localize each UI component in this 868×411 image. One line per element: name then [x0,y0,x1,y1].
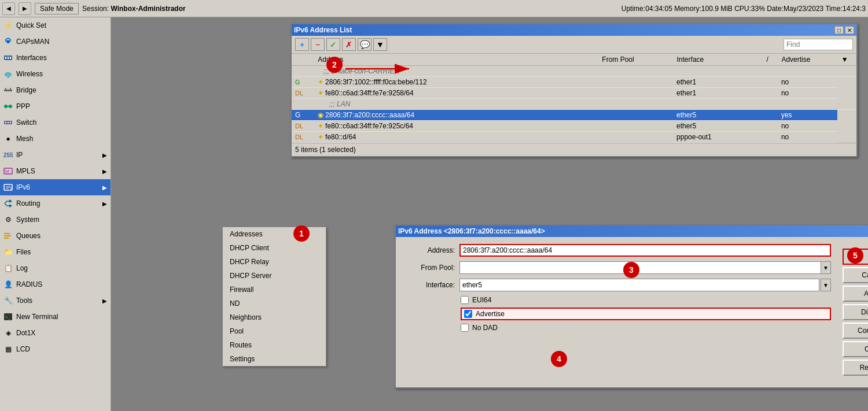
interface-input[interactable] [459,279,819,291]
menu-item-routes[interactable]: Routes [223,338,326,352]
sidebar-item-new-terminal[interactable]: >_ New Terminal [0,309,111,325]
svg-rect-3 [8,57,9,59]
sidebar-item-ip[interactable]: 255 IP ▶ [0,147,111,163]
list-close-button[interactable]: ✕ [845,26,854,34]
list-toolbar: + − ✓ ✗ 💬 ▼ [292,36,856,54]
ipv6-arrow: ▶ [102,184,107,191]
apply-button[interactable]: Apply [843,286,868,302]
find-box [784,39,853,50]
sidebar-item-interfaces[interactable]: Interfaces [0,50,111,66]
annotation-5: 5 [847,247,863,264]
sidebar-item-wireless[interactable]: Wireless [0,66,111,82]
sidebar-item-mesh[interactable]: ● Mesh [0,131,111,147]
col-dropdown[interactable]: ▼ [837,54,856,66]
table-row[interactable]: DL ✦ fe80::d/64 pppoe-out1 no [292,132,856,143]
sidebar-item-ppp[interactable]: PPP [0,98,111,114]
sidebar-item-routing[interactable]: Routing ▶ [0,195,111,212]
disable-button[interactable]: ✗ [342,38,356,51]
menu-item-neighbors[interactable]: Neighbors [223,310,326,324]
svg-rect-7 [5,88,6,90]
content-area: IPv6 Address List □ ✕ + − ✓ ✗ 💬 ▼ [111,17,868,411]
radius-icon: 👤 [3,280,13,289]
enable-button[interactable]: ✓ [326,38,340,51]
menu-item-firewall[interactable]: Firewall [223,283,326,297]
sidebar-item-mpls[interactable]: M MPLS ▶ [0,163,111,179]
status-bar: Uptime:04:34:05 Memory:100.9 MiB CPU:33%… [621,5,866,13]
bridge-icon [3,86,13,95]
forward-button[interactable]: ▶ [19,2,31,15]
svg-text:>_: >_ [5,314,11,320]
switch-icon [3,118,13,127]
advertise-checkbox[interactable] [464,310,472,318]
cancel-button[interactable]: Cancel [843,267,868,283]
back-button[interactable]: ◀ [2,2,15,15]
menu-item-nd[interactable]: ND [223,297,326,310]
list-minimize-button[interactable]: □ [834,26,844,34]
from-pool-dropdown-button[interactable]: ▼ [821,261,831,274]
mpls-icon: M [3,166,13,176]
sidebar-item-dot1x[interactable]: ◈ Dot1X [0,325,111,341]
remove-button[interactable]: − [311,38,325,51]
comment-btn[interactable]: Comment [843,323,868,339]
ipv6-dropdown-menu: Addresses DHCP Client DHCP Relay DHCP Se… [222,227,326,366]
ipv6-icon: IPv6 [3,183,13,192]
svg-rect-23 [4,238,9,239]
from-pool-input[interactable] [459,261,831,274]
menu-item-settings[interactable]: Settings [223,352,326,366]
table-row[interactable]: G ✦ 2806:3f7:1002::ffff:f0ca:bebe/112 et… [292,77,856,88]
sidebar-item-files[interactable]: 📁 Files [0,244,111,260]
address-input[interactable] [459,244,831,257]
remove-button[interactable]: Remove [843,360,868,376]
table-row[interactable]: DL ✦ fe80::c6ad:34ff:fe7e:9258/64 ether1… [292,88,856,99]
col-advertise[interactable]: Advertise [778,54,837,66]
svg-text:IPv6: IPv6 [6,185,13,190]
sidebar-item-radius[interactable]: 👤 RADIUS [0,276,111,292]
eui64-label: EUI64 [472,296,491,304]
form-fields: Address: From Pool: ▼ Interface: [403,244,831,380]
nodad-label: No DAD [472,324,498,332]
sidebar-item-switch[interactable]: Switch [0,114,111,131]
add-button[interactable]: + [295,38,309,51]
table-row[interactable]: G ◉ 2806:3f7:a200:cccc::aaaa/64 ether5 y… [292,110,856,121]
nodad-checkbox[interactable] [461,324,469,332]
queues-icon [3,231,13,240]
sidebar-item-capsman[interactable]: CAPsMAN [0,34,111,50]
safemode-button[interactable]: Safe Mode [35,3,79,14]
menu-item-dhcp-server[interactable]: DHCP Server [223,269,326,283]
eui64-checkbox[interactable] [461,296,469,304]
table-row[interactable]: DL ✦ fe80::c6ad:34ff:fe7e:925c/64 ether5… [292,121,856,132]
sidebar-item-tools[interactable]: 🔧 Tools ▶ [0,292,111,309]
sidebar-item-bridge[interactable]: Bridge [0,82,111,98]
col-from-pool[interactable]: From Pool [598,54,673,66]
menu-item-addresses[interactable]: Addresses [223,227,326,241]
menu-item-pool[interactable]: Pool [223,324,326,338]
sidebar-item-system[interactable]: ⚙ System [0,212,111,228]
svg-rect-21 [4,233,10,234]
menu-item-dhcp-client[interactable]: DHCP Client [223,241,326,255]
col-divider: / [763,54,778,66]
col-sort[interactable] [583,54,598,66]
svg-rect-14 [8,122,9,123]
filter-button[interactable]: ▼ [373,38,387,51]
sidebar-item-log[interactable]: 📋 Log [0,260,111,276]
sidebar-item-quick-set[interactable]: ⚡ Quick Set [0,17,111,34]
sidebar-item-queues[interactable]: Queues [0,228,111,244]
svg-text:M: M [5,169,9,174]
system-icon: ⚙ [3,215,13,224]
sidebar-item-ipv6[interactable]: IPv6 IPv6 ▶ [0,179,111,195]
col-status[interactable] [292,54,314,66]
checkboxes-area: EUI64 Advertise No DAD [403,296,831,336]
find-input[interactable] [784,39,853,50]
quickset-icon: ⚡ [3,21,13,30]
wireless-icon [3,69,13,79]
comment-button[interactable]: 💬 [358,38,372,51]
svg-rect-2 [5,57,6,59]
sidebar-item-lcd[interactable]: ▦ LCD [0,341,111,357]
interface-dropdown-button[interactable]: ▼ [821,279,831,291]
disable-button[interactable]: Disable [843,304,868,320]
topbar: ◀ ▶ Safe Mode Session: Winbox-Administra… [0,0,868,17]
menu-item-dhcp-relay[interactable]: DHCP Relay [223,255,326,269]
session-label: Session: Winbox-Administrador [82,5,186,13]
copy-button[interactable]: Copy [843,341,868,357]
col-interface[interactable]: Interface [673,54,763,66]
